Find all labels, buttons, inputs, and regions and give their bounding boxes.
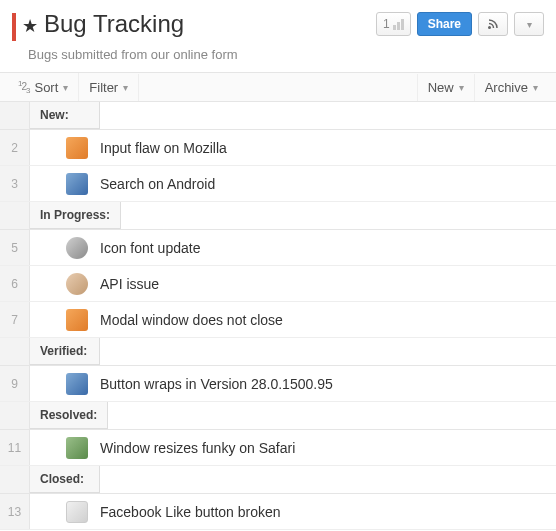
- new-label: New: [428, 80, 454, 95]
- row-title: Icon font update: [100, 240, 200, 256]
- accent-bar: [12, 13, 16, 41]
- bars-icon: [393, 19, 404, 30]
- row-title: Search on Android: [100, 176, 215, 192]
- group-header[interactable]: In Progress:: [0, 202, 556, 230]
- gutter: [0, 202, 30, 229]
- row-title: API issue: [100, 276, 159, 292]
- avatar: [66, 173, 88, 195]
- rss-button[interactable]: [478, 12, 508, 36]
- page-header: ★ Bug Tracking 1 Share ▾: [0, 0, 556, 47]
- sort-icon: 123: [18, 79, 29, 95]
- avatar: [66, 237, 88, 259]
- filter-button[interactable]: Filter ▾: [79, 74, 139, 101]
- table-row[interactable]: 9Button wraps in Version 28.0.1500.95: [0, 366, 556, 402]
- group-header[interactable]: New:: [0, 102, 556, 130]
- more-menu-button[interactable]: ▾: [514, 12, 544, 36]
- row-title: Input flaw on Mozilla: [100, 140, 227, 156]
- row-number: 3: [0, 166, 30, 201]
- title-block: ★ Bug Tracking: [12, 10, 184, 41]
- group-header[interactable]: Closed:: [0, 466, 556, 494]
- chevron-down-icon: ▾: [533, 82, 538, 93]
- row-number: 2: [0, 130, 30, 165]
- svg-point-0: [489, 27, 491, 29]
- chevron-down-icon: ▾: [63, 82, 68, 93]
- chevron-down-icon: ▾: [459, 82, 464, 93]
- gutter: [0, 466, 30, 493]
- sort-button[interactable]: 123 Sort ▾: [8, 73, 79, 101]
- bug-list: New:2Input flaw on Mozilla3Search on And…: [0, 102, 556, 530]
- group-header[interactable]: Resolved:: [0, 402, 556, 430]
- filter-label: Filter: [89, 80, 118, 95]
- sort-label: Sort: [34, 80, 58, 95]
- gutter: [0, 338, 30, 365]
- star-icon[interactable]: ★: [22, 12, 38, 40]
- row-title: Button wraps in Version 28.0.1500.95: [100, 376, 333, 392]
- table-row[interactable]: 11Window resizes funky on Safari: [0, 430, 556, 466]
- avatar: [66, 437, 88, 459]
- row-title: Facebook Like button broken: [100, 504, 281, 520]
- row-number: 13: [0, 494, 30, 529]
- row-title: Window resizes funky on Safari: [100, 440, 295, 456]
- share-button[interactable]: Share: [417, 12, 472, 36]
- group-label: Verified:: [30, 338, 100, 365]
- group-label: New:: [30, 102, 100, 129]
- table-row[interactable]: 6API issue: [0, 266, 556, 302]
- table-row[interactable]: 13Facebook Like button broken: [0, 494, 556, 530]
- row-number: 7: [0, 302, 30, 337]
- collaborator-count[interactable]: 1: [376, 12, 411, 36]
- row-number: 11: [0, 430, 30, 465]
- chevron-down-icon: ▾: [527, 19, 532, 30]
- table-row[interactable]: 3Search on Android: [0, 166, 556, 202]
- gutter: [0, 402, 30, 429]
- row-title: Modal window does not close: [100, 312, 283, 328]
- archive-label: Archive: [485, 80, 528, 95]
- rss-icon: [487, 18, 499, 30]
- avatar: [66, 373, 88, 395]
- group-header[interactable]: Verified:: [0, 338, 556, 366]
- row-number: 6: [0, 266, 30, 301]
- header-actions: 1 Share ▾: [376, 12, 544, 36]
- row-number: 9: [0, 366, 30, 401]
- gutter: [0, 102, 30, 129]
- chevron-down-icon: ▾: [123, 82, 128, 93]
- avatar: [66, 137, 88, 159]
- row-number: 5: [0, 230, 30, 265]
- group-label: Resolved:: [30, 402, 108, 429]
- group-label: In Progress:: [30, 202, 121, 229]
- avatar: [66, 309, 88, 331]
- count-value: 1: [383, 17, 390, 31]
- avatar: [66, 501, 88, 523]
- toolbar: 123 Sort ▾ Filter ▾ New ▾ Archive ▾: [0, 72, 556, 102]
- new-button[interactable]: New ▾: [417, 74, 474, 101]
- page-title: Bug Tracking: [44, 10, 184, 38]
- archive-button[interactable]: Archive ▾: [474, 74, 548, 101]
- page-subtitle: Bugs submitted from our online form: [0, 47, 556, 72]
- table-row[interactable]: 7Modal window does not close: [0, 302, 556, 338]
- table-row[interactable]: 5Icon font update: [0, 230, 556, 266]
- group-label: Closed:: [30, 466, 100, 493]
- avatar: [66, 273, 88, 295]
- table-row[interactable]: 2Input flaw on Mozilla: [0, 130, 556, 166]
